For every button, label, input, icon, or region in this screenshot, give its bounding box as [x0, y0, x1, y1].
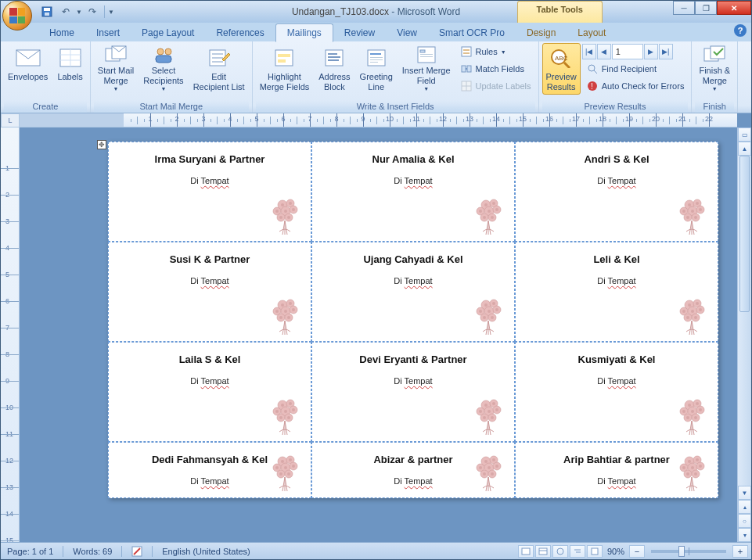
- select-recipients-button[interactable]: Select Recipients▼: [139, 43, 187, 95]
- redo-icon[interactable]: ↷: [84, 3, 101, 20]
- tab-view[interactable]: View: [386, 24, 428, 41]
- zoom-value[interactable]: 90%: [607, 547, 624, 556]
- web-layout-view-button[interactable]: [552, 545, 568, 558]
- undo-icon[interactable]: ↶: [57, 3, 74, 20]
- svg-point-213: [688, 460, 691, 463]
- print-layout-view-button[interactable]: [518, 545, 534, 558]
- finish-merge-button[interactable]: Finish & Merge▼: [695, 43, 734, 95]
- table-move-handle-icon[interactable]: ✥: [97, 140, 106, 149]
- svg-point-90: [699, 208, 702, 211]
- vertical-scrollbar[interactable]: ▭ ▲ ▼ ▴ ○ ▾: [737, 127, 751, 542]
- svg-rect-228: [592, 548, 598, 555]
- label-cell[interactable]: Susi K & Partner Di Tempat: [108, 242, 311, 342]
- labels-button[interactable]: Labels: [53, 43, 86, 95]
- office-button[interactable]: [2, 1, 32, 31]
- rules-button[interactable]: Rules ▼: [456, 43, 535, 60]
- full-screen-view-button[interactable]: [535, 545, 551, 558]
- document-area: L 12345678910111213141516171819202122 12…: [1, 113, 751, 542]
- auto-check-errors-button[interactable]: !Auto Check for Errors: [582, 77, 689, 95]
- label-cell[interactable]: Dedi Fahmansyah & Kel Di Tempat: [108, 442, 311, 498]
- next-record-button[interactable]: ▶: [644, 44, 658, 59]
- svg-line-44: [564, 63, 570, 68]
- maximize-button[interactable]: ❐: [695, 1, 717, 15]
- envelopes-button[interactable]: Envelopes: [4, 43, 52, 95]
- tab-home[interactable]: Home: [38, 24, 85, 41]
- ruler-corner[interactable]: L: [1, 113, 20, 127]
- prev-record-button[interactable]: ◀: [597, 44, 611, 59]
- tab-page-layout[interactable]: Page Layout: [131, 24, 205, 41]
- svg-point-160: [495, 408, 498, 411]
- greeting-line-button[interactable]: Greeting Line: [356, 43, 397, 95]
- address-block-button[interactable]: Address Block: [315, 43, 354, 95]
- vertical-ruler[interactable]: 12345678910111213141516: [1, 127, 20, 542]
- qat-customize-icon[interactable]: ▼: [108, 9, 114, 16]
- scroll-down-button[interactable]: ▼: [738, 486, 751, 500]
- insert-merge-field-button[interactable]: Insert Merge Field▼: [398, 43, 455, 95]
- svg-point-59: [281, 203, 284, 206]
- svg-rect-38: [467, 66, 471, 72]
- label-cell[interactable]: Nur Amalia & Kel Di Tempat: [311, 142, 515, 242]
- word-count[interactable]: Words: 69: [70, 547, 115, 556]
- proofing-icon[interactable]: [128, 546, 146, 557]
- ruler-toggle-button[interactable]: ▭: [738, 127, 751, 142]
- rules-icon: [460, 45, 473, 58]
- zoom-thumb[interactable]: [678, 546, 685, 557]
- label-cell[interactable]: Ujang Cahyadi & Kel Di Tempat: [311, 242, 515, 342]
- svg-rect-222: [522, 548, 530, 555]
- help-icon[interactable]: ?: [734, 24, 747, 37]
- undo-dropdown-icon[interactable]: ▼: [76, 9, 82, 16]
- scroll-thumb[interactable]: [739, 156, 750, 312]
- svg-point-121: [479, 310, 482, 313]
- svg-point-77: [483, 216, 486, 219]
- label-name: Andri S & Kel: [522, 153, 711, 165]
- scroll-track[interactable]: [738, 156, 751, 486]
- draft-view-button[interactable]: [587, 545, 603, 558]
- document-canvas[interactable]: ✥ Irma Suryani & Partner Di Tempat Nur A…: [20, 127, 737, 542]
- tab-layout[interactable]: Layout: [567, 24, 617, 41]
- save-icon[interactable]: [38, 3, 56, 20]
- label-cell[interactable]: Devi Eryanti & Partner Di Tempat: [311, 342, 515, 442]
- preview-results-button[interactable]: ABC Preview Results: [542, 43, 581, 95]
- flower-icon: [469, 294, 508, 336]
- label-cell[interactable]: Abizar & partner Di Tempat: [311, 442, 515, 498]
- tab-references[interactable]: References: [205, 24, 275, 41]
- last-record-button[interactable]: ▶|: [659, 44, 673, 59]
- close-button[interactable]: ✕: [717, 1, 751, 15]
- label-cell[interactable]: Irma Suryani & Partner Di Tempat: [108, 142, 311, 242]
- first-record-button[interactable]: |◀: [582, 44, 596, 59]
- tab-insert[interactable]: Insert: [85, 24, 131, 41]
- match-fields-button[interactable]: Match Fields: [456, 60, 535, 77]
- zoom-in-button[interactable]: +: [732, 545, 748, 558]
- start-mail-merge-button[interactable]: Start Mail Merge▼: [94, 43, 138, 95]
- scroll-up-button[interactable]: ▲: [738, 142, 751, 156]
- label-name: Irma Suryani & Partner: [115, 153, 304, 165]
- page-status[interactable]: Page: 1 of 1: [4, 547, 56, 556]
- minimize-button[interactable]: ─: [673, 1, 695, 15]
- page[interactable]: ✥ Irma Suryani & Partner Di Tempat Nur A…: [108, 142, 718, 498]
- browse-object-button[interactable]: ○: [738, 514, 751, 528]
- highlight-merge-fields-button[interactable]: Highlight Merge Fields: [256, 43, 314, 95]
- record-number-input[interactable]: [612, 44, 643, 59]
- label-cell[interactable]: Arip Bahtiar & partner Di Tempat: [515, 442, 718, 498]
- tab-design[interactable]: Design: [516, 24, 567, 41]
- find-recipient-button[interactable]: Find Recipient: [582, 60, 689, 77]
- zoom-slider[interactable]: [651, 550, 726, 553]
- zoom-out-button[interactable]: −: [629, 545, 645, 558]
- next-page-button[interactable]: ▾: [738, 528, 751, 542]
- label-cell[interactable]: Laila S & Kel Di Tempat: [108, 342, 311, 442]
- tab-review[interactable]: Review: [333, 24, 386, 41]
- tab-mailings[interactable]: Mailings: [275, 23, 333, 42]
- svg-point-79: [479, 210, 482, 213]
- svg-point-201: [488, 466, 491, 469]
- language-status[interactable]: English (United States): [159, 547, 254, 556]
- label-cell[interactable]: Andri S & Kel Di Tempat: [515, 142, 718, 242]
- svg-point-62: [292, 208, 295, 211]
- label-cell[interactable]: Kusmiyati & Kel Di Tempat: [515, 342, 718, 442]
- label-cell[interactable]: Leli & Kel Di Tempat: [515, 242, 718, 342]
- outline-view-button[interactable]: [570, 545, 585, 558]
- tab-smart-ocr-pro[interactable]: Smart OCR Pro: [428, 24, 516, 41]
- edit-recipient-list-button[interactable]: Edit Recipient List: [189, 43, 249, 95]
- horizontal-ruler[interactable]: 12345678910111213141516171819202122: [20, 113, 737, 127]
- prev-page-button[interactable]: ▴: [738, 500, 751, 514]
- svg-rect-28: [370, 59, 383, 60]
